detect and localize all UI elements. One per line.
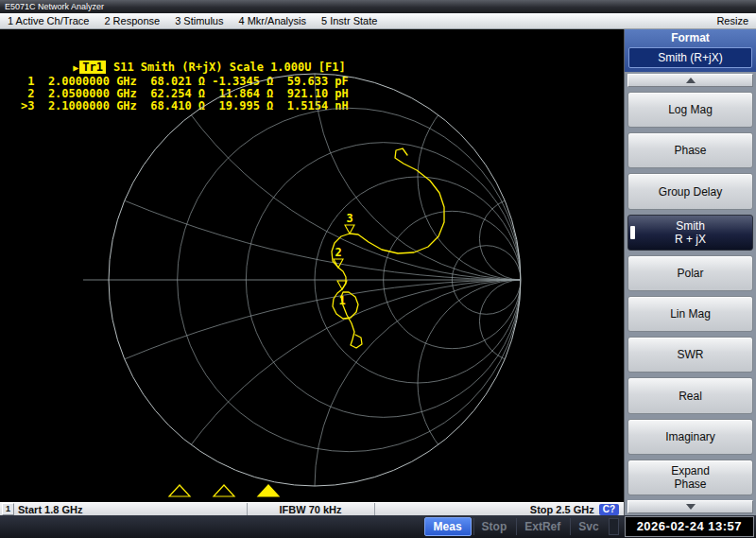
status-middle: IFBW 70 kHz <box>247 503 375 515</box>
ifbw-label: IFBW 70 kHz <box>280 504 342 515</box>
softkey-swr[interactable]: SWR <box>627 337 753 373</box>
menu-response[interactable]: 2 Response <box>104 15 160 26</box>
s11-trace <box>332 148 444 348</box>
marker-3-number: 3 <box>346 212 352 225</box>
stop-frequency-label: Stop 2.5 GHz <box>530 504 594 515</box>
softkey-lin-mag[interactable]: Lin Mag <box>627 296 753 332</box>
correction-badge: C? <box>599 504 619 515</box>
down-arrow-icon <box>686 504 696 510</box>
channel-indicator: 1 <box>2 503 14 515</box>
softkey-menu-title: Format <box>625 29 756 46</box>
softkey-smith-r-jx[interactable]: Smith R + jX <box>627 215 753 251</box>
softkey-phase[interactable]: Phase <box>627 132 753 168</box>
softkey-expand-phase[interactable]: Expand Phase <box>627 460 753 495</box>
softkey-real[interactable]: Real <box>627 377 753 413</box>
softkey-imaginary[interactable]: Imaginary <box>627 419 753 455</box>
menu-bar: 1 Active Ch/Trace 2 Response 3 Stimulus … <box>0 13 756 29</box>
softkey-scroll-down[interactable] <box>627 500 753 513</box>
up-arrow-icon <box>686 78 696 83</box>
menu-active-ch-trace[interactable]: 1 Active Ch/Trace <box>8 15 89 26</box>
stimulus-marker-3 <box>258 485 279 496</box>
taskbar-indicator <box>609 518 619 535</box>
status-left: 1 Start 1.8 GHz <box>0 503 247 515</box>
start-frequency-label: Start 1.8 GHz <box>18 504 82 515</box>
datetime-display: 2026-02-24 13:57 <box>625 516 754 537</box>
marker-2-number: 2 <box>335 246 341 259</box>
status-right: Stop 2.5 GHz C? <box>375 504 625 515</box>
display-column: ▶Tr1S11 Smith (R+jX) Scale 1.000U [F1] 1… <box>0 29 624 515</box>
status-bar: 1 Start 1.8 GHz IFBW 70 kHz Stop 2.5 GHz… <box>0 502 624 515</box>
menu-mkr-analysis[interactable]: 4 Mkr/Analysis <box>238 15 306 26</box>
taskbar-stop[interactable]: Stop <box>473 518 515 535</box>
app-window: E5071C Network Analyzer 1 Active Ch/Trac… <box>0 0 756 538</box>
title-bar: E5071C Network Analyzer <box>0 0 756 13</box>
main-area: ▶Tr1S11 Smith (R+jX) Scale 1.000U [F1] 1… <box>0 29 756 515</box>
smith-grid <box>0 29 624 502</box>
taskbar-extref[interactable]: ExtRef <box>516 518 568 535</box>
marker-1-number: 1 <box>338 294 345 307</box>
marker-3-symbol <box>345 225 354 234</box>
menu-instr-state[interactable]: 5 Instr State <box>321 15 377 26</box>
stimulus-marker-2 <box>214 485 234 496</box>
softkey-log-mag[interactable]: Log Mag <box>627 92 753 128</box>
softkey-header-block: Format Smith (R+jX) <box>625 29 756 72</box>
softkey-menu: Format Smith (R+jX) Log Mag Phase Group … <box>624 29 756 515</box>
softkey-scroll-up[interactable] <box>627 74 753 87</box>
stimulus-marker-1 <box>169 485 190 496</box>
current-format-display: Smith (R+jX) <box>628 47 752 68</box>
taskbar-status-group: Meas Stop ExtRef Svc 2026-02-24 13:57 <box>424 516 754 537</box>
softkey-group-delay[interactable]: Group Delay <box>627 173 753 209</box>
menu-stimulus[interactable]: 3 Stimulus <box>175 15 223 26</box>
menu-resize[interactable]: Resize <box>716 15 748 26</box>
softkey-polar[interactable]: Polar <box>627 255 753 291</box>
taskbar-svc[interactable]: Svc <box>570 518 606 535</box>
window-title: E5071C Network Analyzer <box>5 2 104 11</box>
softkey-button-list: Log Mag Phase Group Delay Smith R + jX P… <box>625 89 756 498</box>
instrument-display: ▶Tr1S11 Smith (R+jX) Scale 1.000U [F1] 1… <box>0 29 624 502</box>
task-bar: Meas Stop ExtRef Svc 2026-02-24 13:57 <box>0 515 756 538</box>
smith-chart: 321 <box>0 29 624 502</box>
taskbar-meas[interactable]: Meas <box>424 517 472 536</box>
